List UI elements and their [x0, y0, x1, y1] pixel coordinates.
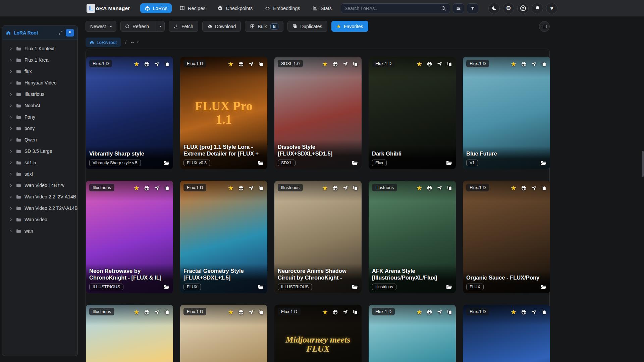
refresh-options-button[interactable]: [156, 21, 164, 32]
lora-card[interactable]: SDXL 1.0 ★ Dissolve Style [FLUX+SDXL+SD1…: [274, 57, 362, 169]
sidebar-folder-item[interactable]: SD 3.5 Large: [2, 145, 77, 157]
breadcrumb-root[interactable]: LoRA root: [86, 38, 121, 47]
open-folder-icon[interactable]: [163, 284, 170, 290]
open-folder-icon[interactable]: [352, 160, 358, 166]
copy-icon[interactable]: [353, 309, 358, 315]
sidebar-folder-item[interactable]: Pony: [2, 111, 77, 123]
theme-toggle-button[interactable]: [488, 3, 500, 14]
lora-card[interactable]: Illustrious ★ Neon Retrowave by ChronoKn…: [86, 181, 173, 293]
open-folder-icon[interactable]: [540, 160, 547, 166]
sidebar-folder-item[interactable]: Wan Video 2.2 T2V-A14B: [2, 202, 77, 214]
favorite-star-icon[interactable]: ★: [228, 61, 234, 67]
favorite-star-icon[interactable]: ★: [511, 185, 517, 191]
lora-card[interactable]: Flux.1 D ★: [369, 305, 456, 362]
bulk-button[interactable]: Bulk B: [245, 21, 283, 32]
send-icon[interactable]: [154, 309, 160, 315]
sidebar-folder-item[interactable]: pony: [2, 123, 77, 134]
search-input[interactable]: [344, 6, 441, 11]
send-icon[interactable]: [154, 185, 160, 191]
globe-icon[interactable]: [521, 61, 527, 67]
send-icon[interactable]: [437, 61, 442, 67]
duplicates-button[interactable]: Duplicates: [287, 21, 327, 32]
sidebar-folder-item[interactable]: sdxl: [2, 168, 77, 180]
favorite-star-icon[interactable]: ★: [228, 309, 234, 315]
sidebar-folder-item[interactable]: Wan Video 2.2 I2V-A14B: [2, 191, 77, 202]
favorite-star-icon[interactable]: ★: [133, 185, 140, 191]
sidebar-folder-item[interactable]: NoobAI: [2, 100, 77, 111]
sidebar-folder-item[interactable]: sd1.5: [2, 157, 77, 168]
lora-card[interactable]: Flux.1 D ★: [463, 305, 550, 362]
globe-icon[interactable]: [238, 309, 244, 315]
lora-card[interactable]: Illustrious ★ AFK Arena Style [Illustrio…: [369, 181, 456, 293]
tab-stats[interactable]: Stats: [308, 3, 336, 13]
sidebar-folder-item[interactable]: Flux.1 Kontext: [2, 43, 77, 54]
open-folder-icon[interactable]: [163, 160, 170, 166]
lora-card[interactable]: FLUX Pro 1.1 Flux.1 D ★ FLUX [pro] 1.1 S…: [180, 57, 267, 169]
sidebar-folder-item[interactable]: Qwen: [2, 134, 77, 145]
globe-icon[interactable]: [427, 309, 432, 315]
send-icon[interactable]: [248, 309, 254, 315]
favorite-star-icon[interactable]: ★: [416, 185, 422, 191]
open-folder-icon[interactable]: [352, 284, 358, 290]
globe-icon[interactable]: [427, 61, 432, 67]
send-icon[interactable]: [531, 309, 537, 315]
copy-icon[interactable]: [164, 309, 170, 315]
copy-icon[interactable]: [164, 61, 170, 67]
send-icon[interactable]: [531, 61, 537, 67]
copy-icon[interactable]: [447, 185, 452, 191]
send-icon[interactable]: [154, 61, 160, 67]
tab-loras[interactable]: LoRAs: [140, 3, 172, 13]
send-icon[interactable]: [248, 61, 254, 67]
download-button[interactable]: Download: [202, 21, 241, 32]
keyboard-shortcuts-button[interactable]: [539, 21, 550, 32]
favorite-star-icon[interactable]: ★: [133, 61, 140, 67]
globe-icon[interactable]: [238, 61, 244, 67]
sidebar-folder-item[interactable]: Wan Video 14B t2v: [2, 180, 77, 191]
send-icon[interactable]: [437, 309, 442, 315]
favorite-star-icon[interactable]: ★: [228, 185, 234, 191]
send-icon[interactable]: [342, 185, 348, 191]
collapse-icon[interactable]: [58, 30, 63, 35]
globe-icon[interactable]: [521, 309, 527, 315]
open-folder-icon[interactable]: [446, 160, 452, 166]
lora-card[interactable]: Midjourney meets FLUX Flux.1 D ★: [274, 305, 362, 362]
globe-icon[interactable]: [144, 61, 150, 67]
lora-card[interactable]: Flux.1 D ★ Fractal Geometry Style [FLUX+…: [180, 181, 267, 293]
favorite-star-icon[interactable]: ★: [322, 309, 328, 315]
favorites-filter-button[interactable]: ★ Favorites: [331, 21, 368, 32]
globe-icon[interactable]: [332, 309, 338, 315]
copy-icon[interactable]: [164, 185, 170, 191]
lora-card[interactable]: Flux.1 D ★ Vibrantly Sharp style Vibrant…: [86, 57, 173, 169]
copy-icon[interactable]: [353, 185, 358, 191]
open-folder-icon[interactable]: [446, 284, 452, 290]
help-button[interactable]: ?: [517, 3, 529, 14]
globe-icon[interactable]: [427, 185, 432, 191]
favorite-star-icon[interactable]: ★: [322, 61, 328, 67]
sort-dropdown[interactable]: Newest: [86, 21, 116, 32]
sliders-filter-button[interactable]: [453, 3, 464, 13]
pin-sidebar-button[interactable]: [66, 29, 74, 37]
send-icon[interactable]: [531, 185, 537, 191]
breadcrumb-current-dropdown[interactable]: --: [131, 40, 140, 45]
lora-card[interactable]: Flux.1 D ★ Organic Sauce - FLUX/Pony FLU…: [463, 181, 550, 293]
tab-recipes[interactable]: Recipes: [175, 3, 210, 13]
copy-icon[interactable]: [447, 61, 452, 67]
favorite-star-icon[interactable]: ★: [511, 309, 517, 315]
globe-icon[interactable]: [332, 61, 338, 67]
settings-button[interactable]: ⚙: [503, 3, 514, 14]
scrollbar-thumb[interactable]: [642, 151, 644, 177]
globe-icon[interactable]: [144, 309, 150, 315]
support-button[interactable]: ♥: [546, 3, 557, 14]
open-folder-icon[interactable]: [540, 284, 547, 290]
globe-icon[interactable]: [332, 185, 338, 191]
sidebar-folder-item[interactable]: Hunyuan Video: [2, 77, 77, 88]
lora-card[interactable]: Flux.1 D ★: [180, 305, 267, 362]
copy-icon[interactable]: [541, 309, 547, 315]
copy-icon[interactable]: [258, 309, 264, 315]
favorite-star-icon[interactable]: ★: [511, 61, 517, 67]
sidebar-folder-item[interactable]: flux: [2, 66, 77, 77]
copy-icon[interactable]: [541, 185, 547, 191]
send-icon[interactable]: [342, 61, 348, 67]
copy-icon[interactable]: [353, 61, 358, 67]
send-icon[interactable]: [437, 185, 442, 191]
